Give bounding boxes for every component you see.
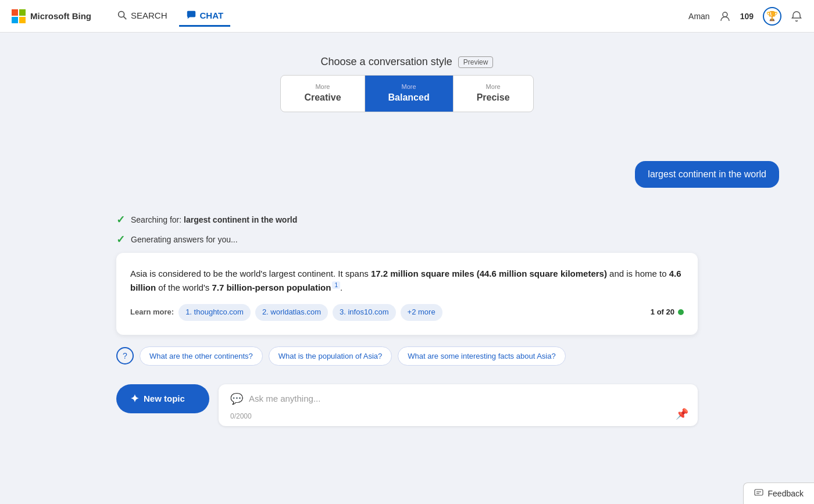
user-icon bbox=[719, 10, 731, 22]
svg-line-1 bbox=[124, 17, 127, 20]
learn-more: Learn more: 1. thoughtco.com 2. worldatl… bbox=[130, 304, 684, 321]
search-icon bbox=[117, 10, 127, 20]
nav: SEARCH CHAT bbox=[110, 5, 230, 27]
logo[interactable]: Microsoft Bing bbox=[12, 9, 91, 23]
learn-link-2[interactable]: 2. worldatlas.com bbox=[255, 304, 328, 321]
nav-search[interactable]: SEARCH bbox=[110, 5, 174, 27]
new-topic-label: New topic bbox=[144, 394, 185, 403]
header-right: Aman 109 🏆 bbox=[688, 7, 802, 26]
logo-text: Microsoft Bing bbox=[30, 11, 91, 21]
ms-logo-icon bbox=[12, 9, 26, 23]
svg-point-2 bbox=[723, 12, 727, 17]
style-creative[interactable]: More Creative bbox=[281, 76, 365, 112]
header: Microsoft Bing SEARCH CHAT Aman 109 🏆 bbox=[0, 0, 814, 33]
search-label: SEARCH bbox=[131, 10, 167, 20]
status-searching-text: Searching for: largest continent in the … bbox=[131, 215, 297, 224]
chat-icon bbox=[186, 10, 197, 20]
feedback-button[interactable]: Feedback bbox=[743, 482, 814, 504]
svg-point-0 bbox=[119, 12, 124, 17]
new-topic-button[interactable]: ✦ New topic bbox=[116, 384, 209, 413]
pin-icon[interactable]: 📌 bbox=[676, 408, 688, 420]
suggest-icon: ? bbox=[116, 347, 134, 364]
svg-rect-3 bbox=[755, 489, 763, 495]
learn-link-3[interactable]: 3. infos10.com bbox=[333, 304, 396, 321]
score-value: 109 bbox=[740, 12, 754, 21]
suggestions: ? What are the other continents? What is… bbox=[116, 346, 698, 366]
conv-style-section: Choose a conversation style Preview More… bbox=[280, 56, 533, 112]
answer-text: Asia is considered to be the world's lar… bbox=[130, 267, 684, 295]
feedback-label: Feedback bbox=[768, 489, 804, 498]
char-count: 0/2000 bbox=[230, 412, 252, 420]
status-searching: ✓ Searching for: largest continent in th… bbox=[116, 213, 698, 226]
learn-more-label: Learn more: bbox=[130, 306, 174, 319]
user-message-bubble: largest continent in the world bbox=[635, 161, 779, 188]
counter: 1 of 20 bbox=[651, 306, 684, 319]
bell-icon[interactable] bbox=[791, 10, 802, 22]
input-bar-wrapper: ✦ New topic 💬 Ask me anything... 0/2000 … bbox=[116, 384, 698, 426]
suggest-pill-1[interactable]: What are the other continents? bbox=[140, 346, 263, 366]
score-badge: 109 bbox=[740, 12, 754, 21]
user-name: Aman bbox=[688, 12, 710, 21]
user-bubble-row: largest continent in the world bbox=[12, 126, 802, 202]
suggest-pill-3[interactable]: What are some interesting facts about As… bbox=[398, 346, 565, 366]
main-content: Choose a conversation style Preview More… bbox=[0, 33, 814, 504]
green-dot bbox=[678, 309, 684, 315]
status-generating-text: Generating answers for you... bbox=[131, 235, 238, 244]
conv-style-title: Choose a conversation style Preview bbox=[280, 56, 533, 68]
preview-badge: Preview bbox=[458, 56, 494, 68]
style-balanced[interactable]: More Balanced bbox=[365, 76, 454, 112]
input-row: 💬 Ask me anything... bbox=[230, 392, 686, 405]
chat-input-icon: 💬 bbox=[230, 392, 243, 405]
more-link[interactable]: +2 more bbox=[401, 304, 442, 321]
style-buttons: More Creative More Balanced More Precise bbox=[280, 75, 533, 112]
style-precise[interactable]: More Precise bbox=[454, 76, 533, 112]
check-icon-gen: ✓ bbox=[116, 233, 125, 246]
input-box: 💬 Ask me anything... 0/2000 📌 bbox=[219, 384, 698, 426]
chat-label: CHAT bbox=[200, 10, 224, 20]
conv-style-label: Choose a conversation style bbox=[321, 56, 452, 68]
status-generating: ✓ Generating answers for you... bbox=[116, 233, 698, 246]
chat-area: ✓ Searching for: largest continent in th… bbox=[116, 213, 698, 426]
learn-link-1[interactable]: 1. thoughtco.com bbox=[178, 304, 251, 321]
suggest-pill-2[interactable]: What is the population of Asia? bbox=[269, 346, 392, 366]
input-placeholder[interactable]: Ask me anything... bbox=[249, 394, 320, 403]
check-icon-search: ✓ bbox=[116, 213, 125, 226]
spark-icon: ✦ bbox=[130, 392, 139, 405]
answer-card: Asia is considered to be the world's lar… bbox=[116, 253, 698, 335]
trophy-badge[interactable]: 🏆 bbox=[763, 7, 781, 26]
nav-chat[interactable]: CHAT bbox=[179, 5, 231, 27]
feedback-icon bbox=[754, 489, 763, 498]
